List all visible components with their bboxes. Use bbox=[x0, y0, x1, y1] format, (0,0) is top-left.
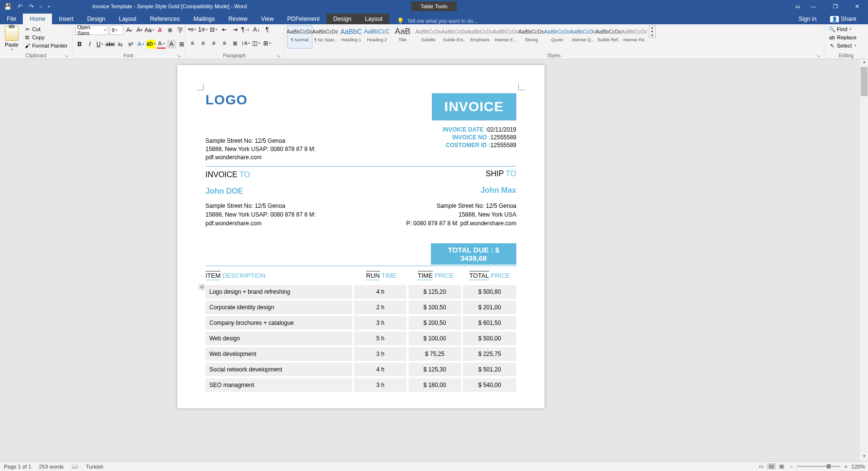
numbering-button[interactable]: 1≡▾ bbox=[199, 25, 207, 34]
shading-button[interactable]: ◫▾ bbox=[252, 39, 261, 48]
format-painter-button[interactable]: 🖌Format Painter bbox=[22, 42, 69, 50]
invoice-table[interactable]: Logo design + brand refreshing4 h$ 125,2… bbox=[205, 285, 516, 392]
style-item[interactable]: AaBbCcDcIntense E... bbox=[493, 25, 518, 49]
replace-button[interactable]: abReplace bbox=[827, 34, 858, 41]
table-row[interactable]: Web development3 h$ 75,25$ 225,75 bbox=[205, 347, 516, 361]
style-item[interactable]: AaBbCcDc¶ No Spac... bbox=[313, 25, 338, 49]
justify-button[interactable]: ≡ bbox=[220, 39, 229, 48]
table-row[interactable]: SEO managment3 h$ 180,00$ 540,00 bbox=[205, 378, 516, 392]
styles-more-button[interactable]: ▴▾▾ bbox=[649, 25, 656, 38]
proofing-icon[interactable]: 📖 bbox=[71, 463, 78, 470]
table-headers[interactable]: ITEM DESCRIPTION RUN TIME TIME PRICE TOT… bbox=[205, 271, 516, 280]
style-item[interactable]: AaBbCcDcStrong bbox=[519, 25, 544, 49]
tab-view[interactable]: View bbox=[255, 14, 281, 24]
zoom-in-button[interactable]: + bbox=[844, 464, 847, 470]
style-item[interactable]: AaBbCcDcSubtle Ref... bbox=[596, 25, 621, 49]
tab-file[interactable]: File bbox=[0, 14, 23, 24]
styles-launcher-icon[interactable]: ↘ bbox=[817, 54, 820, 58]
undo-icon[interactable]: ↶ bbox=[17, 3, 23, 10]
tab-design[interactable]: Design bbox=[80, 14, 112, 24]
page[interactable]: LOGO INVOICE INVOICE DATE :02/11/2019 IN… bbox=[177, 65, 545, 408]
style-item[interactable]: AaBbCcDcQuote bbox=[545, 25, 570, 49]
restore-button[interactable]: ❐ bbox=[824, 0, 846, 13]
style-item[interactable]: AaBTitle bbox=[390, 25, 415, 49]
change-case-button[interactable]: Aa▾ bbox=[145, 26, 154, 34]
char-shading-button[interactable]: A bbox=[167, 40, 176, 49]
subscript-button[interactable]: x₂ bbox=[116, 40, 125, 49]
superscript-button[interactable]: x² bbox=[126, 40, 135, 49]
style-item[interactable]: AaBbCcDcSubtle Em... bbox=[442, 25, 467, 49]
align-right-button[interactable]: ≡ bbox=[209, 39, 218, 48]
document-area[interactable]: LOGO INVOICE INVOICE DATE :02/11/2019 IN… bbox=[0, 59, 868, 461]
table-row[interactable]: Logo design + brand refreshing4 h$ 125,2… bbox=[205, 285, 516, 299]
zoom-level[interactable]: 120% bbox=[851, 464, 865, 470]
tell-me-search[interactable]: 💡 Tell me what you want to do... bbox=[397, 17, 477, 24]
addresses[interactable]: Sample Street No: 12/5 Genoa 15888, New … bbox=[205, 202, 516, 228]
total-due-badge[interactable]: TOTAL DUE : $ 3438,68 bbox=[431, 243, 516, 265]
new-doc-icon[interactable]: ▫ bbox=[40, 3, 42, 10]
sort-button[interactable]: A↓ bbox=[252, 25, 261, 34]
decrease-indent-button[interactable]: ⇤ bbox=[220, 25, 229, 34]
align-center-button[interactable]: ≡ bbox=[199, 39, 207, 48]
find-button[interactable]: 🔍Find▾ bbox=[827, 25, 858, 33]
scroll-down-icon[interactable]: ▾ bbox=[860, 454, 868, 461]
invoice-badge[interactable]: INVOICE bbox=[432, 93, 516, 120]
enclose-button[interactable]: 字 bbox=[176, 26, 185, 34]
qat-customize-icon[interactable]: ▾ bbox=[48, 4, 50, 9]
language-status[interactable]: Turkish bbox=[86, 464, 103, 470]
clear-formatting-button[interactable]: A̷ bbox=[155, 26, 164, 34]
ltr-button[interactable]: ¶→ bbox=[241, 25, 250, 34]
table-row[interactable]: Web design5 h$ 100,00$ 500,00 bbox=[205, 332, 516, 345]
shrink-font-button[interactable]: A▾ bbox=[135, 26, 144, 34]
multilevel-button[interactable]: ⊟▾ bbox=[209, 25, 218, 34]
scroll-up-icon[interactable]: ▴ bbox=[860, 59, 868, 67]
font-launcher-icon[interactable]: ↘ bbox=[177, 54, 181, 58]
paste-button[interactable]: Paste ▾ bbox=[3, 25, 20, 52]
table-row[interactable]: Social network development4 h$ 125,30$ 5… bbox=[205, 363, 516, 376]
grow-font-button[interactable]: A▴ bbox=[125, 26, 134, 34]
tab-pdfelement[interactable]: PDFelement bbox=[280, 14, 326, 24]
show-marks-button[interactable]: ¶ bbox=[263, 25, 272, 34]
select-button[interactable]: ↖Select▾ bbox=[827, 42, 858, 50]
tab-insert[interactable]: Insert bbox=[52, 14, 80, 24]
style-item[interactable]: AaBbCcDcIntense Q... bbox=[570, 25, 596, 49]
zoom-slider[interactable] bbox=[797, 466, 840, 467]
distributed-button[interactable]: ≣ bbox=[231, 39, 239, 48]
ribbon-display-options-icon[interactable]: ▭ bbox=[795, 3, 800, 10]
italic-button[interactable]: I bbox=[85, 40, 94, 49]
font-name-combo[interactable]: Open Sans▾ bbox=[75, 25, 108, 35]
read-mode-button[interactable]: ▭ bbox=[757, 463, 766, 469]
table-row[interactable]: Company brochures + catalogue3 h$ 200,50… bbox=[205, 316, 516, 330]
word-count[interactable]: 253 words bbox=[39, 464, 64, 470]
page-status[interactable]: Page 1 of 1 bbox=[4, 464, 31, 470]
print-layout-button[interactable]: ▤ bbox=[767, 463, 776, 469]
align-left-button[interactable]: ≡ bbox=[188, 39, 197, 48]
share-button[interactable]: 👤Share bbox=[823, 14, 863, 24]
strikethrough-button[interactable]: abc bbox=[106, 40, 115, 49]
tab-table-design[interactable]: Design bbox=[326, 14, 358, 24]
clipboard-launcher-icon[interactable]: ↘ bbox=[65, 54, 68, 58]
style-item[interactable]: AaBbCcDcEmphasis bbox=[467, 25, 493, 49]
styles-gallery[interactable]: AaBbCcDc¶ NormalAaBbCcDc¶ No Spac...AaBb… bbox=[287, 25, 647, 49]
borders-button[interactable]: ⊞▾ bbox=[263, 39, 272, 48]
web-layout-button[interactable]: ▦ bbox=[777, 463, 786, 469]
table-move-handle-icon[interactable]: ✥ bbox=[199, 284, 204, 290]
copy-button[interactable]: ⧉Copy bbox=[22, 34, 69, 41]
save-icon[interactable]: 💾 bbox=[4, 3, 12, 10]
style-item[interactable]: AaBbCcCHeading 2 bbox=[364, 25, 390, 49]
line-spacing-button[interactable]: ↕≡▾ bbox=[241, 39, 250, 48]
font-color-button[interactable]: A▾ bbox=[157, 40, 166, 49]
close-button[interactable]: ✕ bbox=[846, 0, 868, 13]
cut-button[interactable]: ✂Cut bbox=[22, 25, 69, 33]
phonetic-guide-button[interactable]: ⊕ bbox=[166, 26, 174, 34]
table-row[interactable]: Corporate identity design2 h$ 100,50$ 20… bbox=[205, 301, 516, 314]
tab-home[interactable]: Home bbox=[23, 14, 52, 24]
tab-references[interactable]: References bbox=[143, 14, 187, 24]
sign-in-link[interactable]: Sign in bbox=[792, 14, 823, 24]
text-effects-button[interactable]: A▾ bbox=[136, 40, 145, 49]
paragraph-launcher-icon[interactable]: ↘ bbox=[276, 54, 280, 58]
style-item[interactable]: AaBbCHeading 1 bbox=[339, 25, 364, 49]
scroll-thumb[interactable] bbox=[861, 67, 868, 96]
style-item[interactable]: AaBbCcDc¶ Normal bbox=[287, 25, 312, 49]
style-item[interactable]: AaBbCcDcIntense Re... bbox=[622, 25, 647, 49]
